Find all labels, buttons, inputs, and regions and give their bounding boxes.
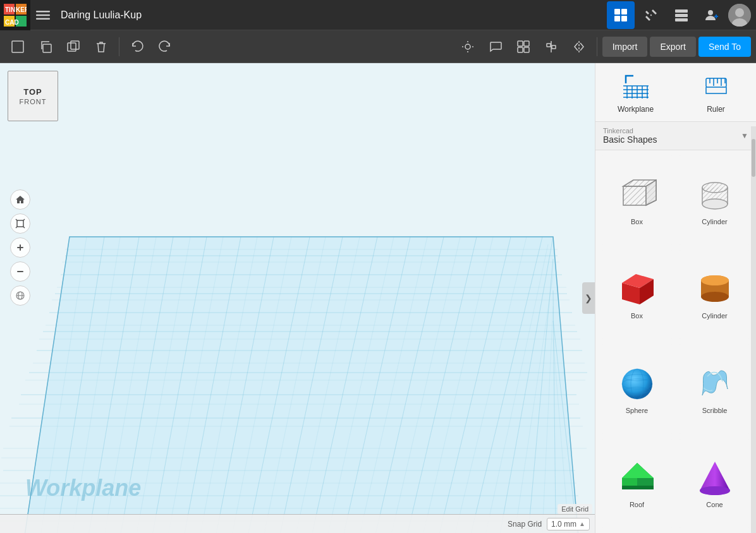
toolbar-separator-2: [597, 37, 597, 56]
shape-item-cylinder-wire[interactable]: Cylinder: [678, 155, 751, 245]
svg-point-168: [700, 486, 730, 495]
svg-point-155: [701, 292, 729, 302]
align-button[interactable]: [539, 34, 564, 59]
shape-item-box-wire[interactable]: Box: [601, 155, 673, 245]
svg-rect-139: [623, 186, 646, 205]
svg-marker-164: [622, 486, 654, 489]
svg-rect-47: [17, 247, 23, 248]
workplane-grid: [0, 63, 595, 533]
shape-item-cylinder-solid[interactable]: Cylinder: [678, 250, 751, 340]
shape-item-sphere[interactable]: Sphere: [601, 344, 673, 434]
svg-rect-34: [524, 41, 529, 46]
svg-rect-36: [524, 47, 529, 52]
shape-label-cylinder-solid: Cylinder: [702, 312, 727, 320]
svg-rect-11: [621, 9, 627, 15]
tools-button[interactable]: [637, 1, 665, 29]
svg-text:CAD: CAD: [5, 19, 19, 26]
edit-grid-button[interactable]: Edit Grid: [558, 504, 592, 514]
svg-rect-8: [36, 14, 50, 16]
undo-button[interactable]: [125, 34, 150, 59]
panel-tools: Workplane Ruler: [595, 63, 756, 122]
svg-rect-48: [17, 271, 23, 272]
ruler-tool-label: Ruler: [707, 105, 725, 114]
svg-rect-27: [71, 41, 79, 49]
shape-item-box-solid[interactable]: Box: [601, 250, 673, 340]
import-button[interactable]: Import: [602, 37, 648, 57]
svg-rect-25: [43, 44, 51, 52]
send-to-button[interactable]: Send To: [698, 37, 751, 57]
mirror-button[interactable]: [566, 34, 592, 59]
main-area: TOP FRONT: [0, 63, 756, 533]
shape-label-scribble: Scribble: [702, 407, 728, 414]
snap-value: 1.0 mm: [551, 520, 576, 529]
workplane-tool-button[interactable]: Workplane: [595, 63, 676, 121]
toolbar: Import Export Send To: [0, 30, 756, 63]
svg-point-28: [465, 44, 470, 49]
svg-rect-9: [36, 18, 50, 20]
viewport[interactable]: TOP FRONT: [0, 63, 595, 533]
svg-marker-52: [19, 237, 582, 533]
copy-button[interactable]: [33, 34, 58, 59]
svg-line-43: [23, 219, 25, 221]
layers-button[interactable]: [668, 1, 695, 29]
shape-name-label: Basic Shapes: [603, 135, 657, 145]
snap-grid-control[interactable]: 1.0 mm ▲: [547, 518, 590, 530]
orientation-button[interactable]: [10, 285, 30, 306]
topbar-right: [607, 1, 751, 29]
project-title[interactable]: Daring Luulia-Kup: [61, 9, 607, 21]
svg-point-22: [735, 8, 744, 17]
svg-rect-10: [614, 9, 620, 15]
viewcube[interactable]: TOP FRONT: [8, 71, 64, 128]
snap-grid-label: Snap Grid: [508, 520, 542, 529]
viewcube-front-label: FRONT: [20, 98, 47, 105]
svg-rect-38: [547, 44, 551, 47]
fit-view-button[interactable]: [10, 213, 30, 234]
shape-category-dropdown[interactable]: Tinkercad Basic Shapes ▼: [595, 122, 756, 150]
delete-button[interactable]: [88, 34, 114, 59]
shape-item-scribble[interactable]: Scribble: [678, 344, 751, 434]
shape-item-cone[interactable]: Cone: [678, 439, 751, 529]
redo-button[interactable]: [152, 34, 178, 59]
svg-rect-17: [675, 18, 688, 21]
home-button[interactable]: [10, 189, 30, 210]
new-shape-button[interactable]: [5, 34, 30, 59]
svg-rect-14: [650, 14, 652, 16]
grid-view-button[interactable]: [607, 1, 635, 29]
user-avatar[interactable]: [728, 4, 751, 27]
tinkercad-logo[interactable]: TIN KER CAD: [0, 0, 30, 30]
shape-label-box-solid: Box: [631, 312, 643, 320]
shape-grid: Box Cylinder: [595, 150, 756, 533]
view-controls: [10, 189, 30, 306]
viewcube-top-label: TOP: [23, 87, 42, 97]
svg-rect-39: [552, 45, 556, 49]
export-button[interactable]: Export: [650, 37, 695, 57]
shape-label-cylinder-wire: Cylinder: [702, 218, 727, 225]
light-button[interactable]: [455, 34, 480, 59]
topbar: TIN KER CAD Daring Luulia-Kup: [0, 0, 756, 30]
add-user-button[interactable]: [698, 1, 726, 29]
svg-rect-15: [675, 9, 688, 13]
menu-button[interactable]: [30, 0, 56, 30]
svg-text:KER: KER: [16, 6, 27, 13]
dropdown-arrow-icon: ▼: [741, 131, 748, 140]
panel-collapse-button[interactable]: ❯: [582, 282, 595, 314]
snap-dropdown-arrow: ▲: [579, 520, 585, 527]
right-panel: Workplane Ruler: [595, 63, 756, 533]
svg-marker-165: [622, 463, 654, 478]
shape-item-roof[interactable]: Roof: [601, 439, 673, 529]
zoom-out-button[interactable]: [10, 261, 30, 282]
bottom-bar: Snap Grid 1.0 mm ▲: [0, 514, 595, 533]
zoom-in-button[interactable]: [10, 237, 30, 258]
svg-rect-33: [518, 41, 523, 46]
duplicate-button[interactable]: [61, 34, 86, 59]
svg-line-45: [23, 226, 25, 228]
comment-button[interactable]: [483, 34, 508, 59]
svg-text:TIN: TIN: [5, 6, 15, 13]
ruler-tool-button[interactable]: Ruler: [676, 63, 756, 121]
svg-line-44: [16, 226, 18, 228]
workplane-tool-label: Workplane: [618, 105, 654, 114]
group-button[interactable]: [511, 34, 536, 59]
shape-label-cone: Cone: [706, 501, 722, 508]
shape-label-box-wire: Box: [631, 218, 643, 225]
svg-rect-13: [621, 16, 627, 21]
